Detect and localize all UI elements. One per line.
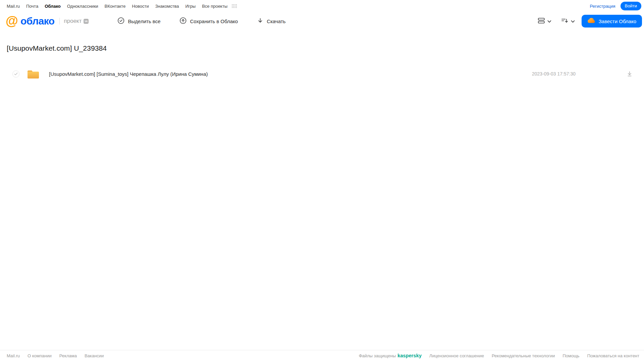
topbar-auth: Регистрация Войти [590, 2, 641, 10]
row-checkbox[interactable] [12, 70, 19, 77]
footer-left-links: Mail.ru О компании Реклама Вакансии [7, 353, 104, 358]
row-check-icon [14, 72, 18, 75]
topnav-news[interactable]: Новости [132, 4, 149, 9]
view-mode-selector[interactable] [538, 17, 551, 25]
download-underline-icon [627, 71, 633, 77]
file-row[interactable]: [UsupovMarket.com] [Sumina_toys] Черепаш… [7, 66, 637, 82]
row-download-button[interactable] [627, 71, 633, 77]
select-all-button[interactable]: Выделить все [115, 17, 162, 25]
topnav-games[interactable]: Игры [185, 4, 196, 9]
page-title: [UsupovMarket.com] U_239384 [7, 44, 637, 52]
login-button[interactable]: Войти [621, 2, 641, 10]
topnav-all-projects[interactable]: Все проекты [202, 4, 228, 9]
kaspersky-protection-link[interactable]: Файлы защищены kaspersky [359, 353, 422, 358]
sort-icon [561, 17, 568, 25]
cloud-logo[interactable]: @ облако проект VK [6, 15, 89, 27]
app-header: @ облако проект VK Выделить все [0, 11, 644, 31]
file-name-link[interactable]: [UsupovMarket.com] [Sumina_toys] Черепаш… [49, 71, 532, 77]
select-all-label: Выделить все [128, 18, 160, 24]
view-controls [538, 17, 575, 25]
download-icon [257, 17, 263, 25]
chevron-down-icon [547, 18, 551, 24]
footer-link-recommendations[interactable]: Рекомендательные технологии [492, 353, 555, 358]
footer-link-about[interactable]: О компании [28, 353, 52, 358]
footer-link-license[interactable]: Лицензионное соглашение [429, 353, 484, 358]
footer-link-mailru[interactable]: Mail.ru [7, 353, 20, 358]
main-content: [UsupovMarket.com] U_239384 [0, 44, 644, 82]
topnav-cloud[interactable]: Облако [45, 4, 61, 9]
registration-link[interactable]: Регистрация [590, 4, 615, 9]
project-label: проект [64, 18, 82, 24]
file-list: [UsupovMarket.com] [Sumina_toys] Черепаш… [7, 66, 637, 82]
footer-link-jobs[interactable]: Вакансии [85, 353, 104, 358]
file-toolbar: Выделить все Сохранить в Облако Скачать [115, 17, 288, 25]
footer-link-ads[interactable]: Реклама [59, 353, 77, 358]
kaspersky-prefix: Файлы защищены [359, 353, 396, 358]
top-portal-bar: Mail.ru Почта Облако Одноклассники ВКонт… [0, 0, 644, 11]
sort-selector[interactable] [561, 17, 575, 25]
list-view-icon [538, 17, 545, 25]
file-modified-date: 2023-09-03 17:57:30 [532, 71, 576, 76]
logo-wordmark: облако [20, 15, 54, 27]
download-button[interactable]: Скачать [255, 17, 288, 25]
kaspersky-logo: kaspersky [398, 353, 422, 358]
cloud-icon [587, 18, 595, 24]
chevron-down-icon [571, 18, 575, 24]
vk-badge-icon: VK [84, 19, 89, 24]
footer-link-report[interactable]: Пожаловаться на контент [587, 353, 639, 358]
get-cloud-button[interactable]: Завести Облако [582, 15, 642, 28]
get-cloud-label: Завести Облако [599, 18, 636, 24]
download-label: Скачать [267, 18, 286, 24]
topnav-vkontakte[interactable]: ВКонтакте [105, 4, 126, 9]
folder-icon [27, 69, 40, 79]
apps-grid-icon[interactable] [232, 4, 237, 8]
page-footer: Mail.ru О компании Реклама Вакансии Файл… [0, 350, 644, 362]
check-circle-icon [117, 17, 125, 25]
portal-nav: Mail.ru Почта Облако Одноклассники ВКонт… [7, 4, 237, 9]
mailru-at-icon: @ [6, 14, 18, 27]
footer-right-links: Файлы защищены kaspersky Лицензионное со… [359, 353, 639, 358]
topnav-dating[interactable]: Знакомства [155, 4, 179, 9]
logo-divider [59, 18, 60, 24]
topnav-mail[interactable]: Почта [26, 4, 38, 9]
cloud-upload-icon [180, 17, 187, 25]
footer-link-help[interactable]: Помощь [562, 353, 579, 358]
save-to-cloud-label: Сохранить в Облако [190, 18, 238, 24]
topnav-mailru[interactable]: Mail.ru [7, 4, 20, 9]
topnav-odnoklassniki[interactable]: Одноклассники [67, 4, 98, 9]
save-to-cloud-button[interactable]: Сохранить в Облако [178, 17, 240, 25]
